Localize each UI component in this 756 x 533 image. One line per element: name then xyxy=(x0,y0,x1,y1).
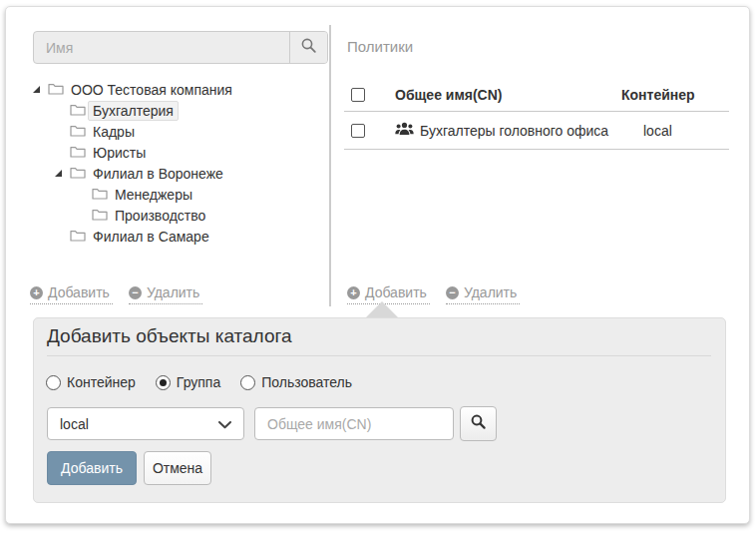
panel-divider xyxy=(329,25,331,306)
expand-icon[interactable] xyxy=(55,166,70,181)
dialog-caret xyxy=(366,301,398,317)
search-icon xyxy=(300,37,317,58)
policies-table-body: Бухгалтеры головного офиса local xyxy=(344,112,729,150)
tree-item[interactable]: Филиал в Воронеже xyxy=(33,163,324,184)
container-select[interactable]: local xyxy=(47,407,244,440)
radio-icon xyxy=(240,375,255,390)
search-icon xyxy=(470,413,487,434)
object-type-radio[interactable]: Пользователь xyxy=(240,374,352,390)
expand-icon[interactable] xyxy=(33,82,48,97)
row-checkbox[interactable] xyxy=(351,124,365,138)
select-all-checkbox[interactable] xyxy=(351,88,365,102)
folder-icon xyxy=(70,145,86,161)
tree-item-label[interactable]: Юристы xyxy=(88,143,151,163)
minus-circle-icon xyxy=(446,286,459,299)
tree-add-button[interactable]: Добавить xyxy=(30,284,113,304)
folder-icon xyxy=(70,124,86,140)
object-type-radio[interactable]: Контейнер xyxy=(46,374,136,390)
folder-icon xyxy=(48,82,64,98)
tree-item-label[interactable]: Менеджеры xyxy=(110,185,197,205)
expand-icon[interactable] xyxy=(55,229,70,244)
tree-item[interactable]: Юристы xyxy=(33,142,324,163)
policies-table-header: Общее имя(CN) Контейнер xyxy=(344,79,729,112)
tree-remove-label: Удалить xyxy=(147,284,199,300)
row-name: Бухгалтеры головного офиса xyxy=(420,123,608,139)
policies-add-label: Добавить xyxy=(365,284,427,300)
expand-icon[interactable] xyxy=(55,103,70,118)
policies-table: Общее имя(CN) Контейнер Бухгалтеры голов… xyxy=(344,79,729,150)
tree-item-label[interactable]: Бухгалтерия xyxy=(88,101,179,121)
object-type-radios: Контейнер Группа Пользователь xyxy=(46,374,352,390)
folder-icon xyxy=(70,166,86,182)
folder-icon xyxy=(92,208,108,224)
row-container-value: local xyxy=(621,123,729,139)
dialog-submit-button[interactable]: Добавить xyxy=(47,451,137,485)
radio-label: Группа xyxy=(177,374,220,390)
chevron-down-icon xyxy=(218,416,231,432)
radio-label: Пользователь xyxy=(261,374,352,390)
policies-remove-label: Удалить xyxy=(464,284,517,300)
tree-remove-button[interactable]: Удалить xyxy=(129,284,202,304)
tree-item[interactable]: Кадры xyxy=(33,121,324,142)
dialog-cancel-button[interactable]: Отмена xyxy=(144,451,211,485)
tree-item[interactable]: Филиал в Самаре xyxy=(33,226,324,247)
policies-remove-button[interactable]: Удалить xyxy=(446,284,520,304)
tree-actions: Добавить Удалить xyxy=(30,284,202,304)
radio-label: Контейнер xyxy=(67,374,136,390)
tree-item[interactable]: Производство xyxy=(33,205,324,226)
container-select-value: local xyxy=(60,416,89,432)
tree-add-label: Добавить xyxy=(48,284,110,300)
tree-item[interactable]: Бухгалтерия xyxy=(33,100,324,121)
tree-item-label[interactable]: Филиал в Воронеже xyxy=(88,164,228,184)
tree-item-label[interactable]: Кадры xyxy=(88,122,140,142)
table-row[interactable]: Бухгалтеры головного офиса local xyxy=(344,112,729,150)
folder-icon xyxy=(70,229,86,245)
dialog-search-button[interactable] xyxy=(460,406,497,441)
radio-icon xyxy=(156,375,171,390)
minus-circle-icon xyxy=(129,286,142,299)
tree-item[interactable]: ООО Тестовая компания xyxy=(33,79,324,100)
tree-search-group xyxy=(33,31,328,64)
tree-item[interactable]: Менеджеры xyxy=(33,184,324,205)
tree-item-label[interactable]: Филиал в Самаре xyxy=(88,227,214,247)
folder-icon xyxy=(92,187,108,203)
policies-title: Политики xyxy=(347,38,413,55)
directory-tree: ООО Тестовая компания Бухгалтерия Кадры … xyxy=(33,79,324,247)
common-name-input[interactable] xyxy=(254,407,454,440)
column-header-name: Общее имя(CN) xyxy=(395,87,621,103)
tree-search-button[interactable] xyxy=(289,32,327,63)
object-type-radio[interactable]: Группа xyxy=(156,374,220,390)
users-icon xyxy=(395,122,414,139)
radio-icon xyxy=(46,375,61,390)
dialog-title-divider xyxy=(47,355,711,356)
dialog-title: Добавить объекты каталога xyxy=(47,325,292,347)
expand-icon[interactable] xyxy=(55,124,70,139)
tree-item-label[interactable]: ООО Тестовая компания xyxy=(66,80,237,100)
plus-circle-icon xyxy=(347,286,360,299)
expand-icon[interactable] xyxy=(77,208,92,223)
folder-icon xyxy=(70,103,86,119)
tree-search-input[interactable] xyxy=(34,32,289,63)
column-header-container: Контейнер xyxy=(621,87,729,103)
tree-item-label[interactable]: Производство xyxy=(110,206,210,226)
expand-icon[interactable] xyxy=(77,187,92,202)
plus-circle-icon xyxy=(30,286,43,299)
expand-icon[interactable] xyxy=(55,145,70,160)
